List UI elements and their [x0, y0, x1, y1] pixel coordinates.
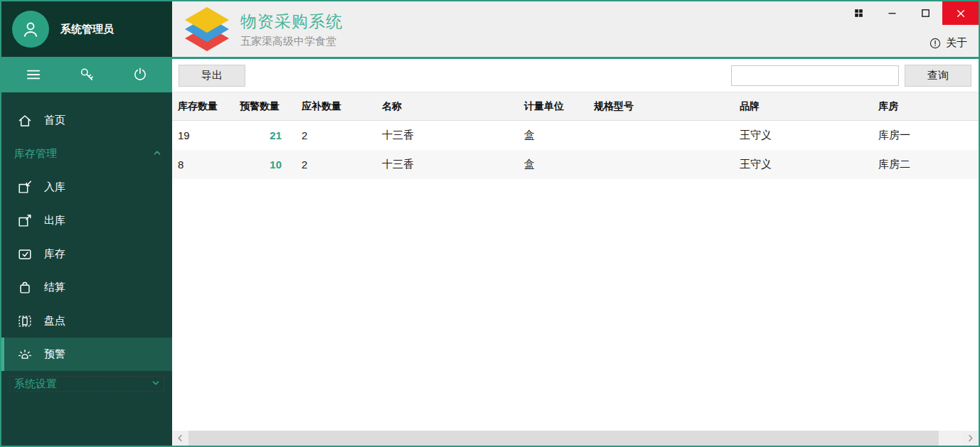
column-header-stock-qty[interactable]: 库存数量 — [172, 100, 234, 113]
sidebar-item-home[interactable]: 首页 — [1, 104, 172, 137]
outbound-box-icon — [17, 213, 33, 229]
cell-brand: 王守义 — [734, 129, 873, 142]
cell-warehouse: 库房二 — [873, 158, 979, 171]
person-icon — [20, 18, 41, 40]
chevron-right-icon — [966, 433, 975, 443]
column-header-warning-qty[interactable]: 预警数量 — [234, 100, 296, 113]
sidebar-toolbar — [1, 57, 172, 92]
sidebar-menu: 首页 库存管理 入库 — [1, 92, 172, 446]
scrollbar-track — [939, 431, 962, 446]
table-row[interactable]: 8 10 2 十三香 盒 王守义 库房二 — [172, 150, 979, 179]
sidebar-item-warning[interactable]: 预警 — [1, 338, 172, 371]
table-row[interactable]: 19 21 2 十三香 盒 王守义 库房一 — [172, 121, 979, 150]
chevron-up-icon — [152, 148, 162, 160]
window-controls — [842, 1, 979, 25]
close-icon — [955, 8, 966, 19]
scrollbar-thumb[interactable] — [188, 431, 939, 446]
sidebar-item-label: 首页 — [44, 114, 65, 127]
home-icon — [17, 113, 33, 129]
sidebar: 系统管理员 — [1, 1, 172, 446]
column-header-replenish-qty[interactable]: 应补数量 — [296, 100, 376, 113]
sidebar-section-inventory-management[interactable]: 库存管理 — [1, 137, 172, 171]
stock-check-icon — [17, 247, 33, 262]
power-icon — [132, 66, 149, 83]
grid-icon — [853, 8, 864, 18]
title-block: 物资采购系统 五家渠高级中学食堂 — [240, 11, 343, 48]
sidebar-item-settlement[interactable]: 结算 — [1, 271, 172, 304]
key-icon — [78, 66, 95, 83]
sidebar-item-inbound[interactable]: 入库 — [1, 171, 172, 204]
titlebar: 物资采购系统 五家渠高级中学食堂 — [172, 1, 979, 57]
column-header-spec[interactable]: 规格型号 — [588, 100, 734, 113]
sidebar-item-stock[interactable]: 库存 — [1, 237, 172, 271]
chevron-down-icon — [151, 378, 161, 390]
chevron-left-icon — [176, 433, 185, 443]
hamburger-icon — [24, 65, 43, 84]
close-button[interactable] — [942, 1, 979, 25]
minimize-icon — [887, 8, 898, 18]
sidebar-item-stocktake[interactable]: 盘点 — [1, 304, 172, 338]
sidebar-item-label: 预警 — [44, 348, 65, 361]
horizontal-scrollbar — [172, 431, 979, 446]
query-button[interactable]: 查询 — [905, 65, 971, 87]
column-header-unit[interactable]: 计量单位 — [518, 100, 588, 113]
scroll-left-button[interactable] — [172, 431, 188, 446]
scroll-right-button[interactable] — [962, 431, 979, 446]
change-password-button[interactable] — [75, 63, 99, 87]
info-circle-icon — [929, 37, 942, 50]
app-window: 系统管理员 — [0, 0, 980, 447]
table-header-row: 库存数量 预警数量 应补数量 名称 计量单位 规格型号 品牌 库房 — [172, 92, 979, 121]
sidebar-item-label: 入库 — [44, 181, 65, 194]
search-group: 查询 — [731, 65, 971, 87]
sidebar-section-system-settings[interactable]: 系统设置 — [9, 376, 164, 392]
sidebar-item-label: 出库 — [44, 214, 65, 227]
app-title: 物资采购系统 — [240, 11, 343, 33]
column-header-warehouse[interactable]: 库房 — [873, 100, 979, 113]
cell-warning-qty: 10 — [234, 158, 296, 171]
search-input[interactable] — [731, 65, 899, 86]
alarm-icon — [17, 347, 33, 362]
column-header-brand[interactable]: 品牌 — [734, 100, 873, 113]
cell-name: 十三香 — [376, 129, 518, 142]
main-area: 物资采购系统 五家渠高级中学食堂 — [172, 1, 979, 446]
logout-button[interactable] — [128, 63, 152, 87]
cell-stock-qty: 8 — [172, 158, 234, 171]
inbound-box-icon — [17, 180, 33, 195]
column-header-name[interactable]: 名称 — [376, 100, 518, 113]
about-button[interactable]: 关于 — [929, 36, 967, 50]
minimize-button[interactable] — [875, 1, 909, 25]
sidebar-item-label: 库存 — [44, 247, 65, 261]
sidebar-section-label: 库存管理 — [14, 147, 57, 161]
sidebar-item-outbound[interactable]: 出库 — [1, 204, 172, 237]
cell-unit: 盒 — [518, 129, 588, 142]
window-grid-button[interactable] — [842, 1, 875, 25]
cell-brand: 王守义 — [734, 158, 873, 171]
cell-replenish-qty: 2 — [296, 129, 376, 141]
sidebar-user-header: 系统管理员 — [1, 1, 172, 57]
maximize-icon — [920, 8, 931, 18]
hamburger-menu-button[interactable] — [21, 63, 46, 87]
user-avatar[interactable] — [12, 11, 49, 48]
export-button[interactable]: 导出 — [179, 65, 245, 87]
cell-replenish-qty: 2 — [296, 158, 376, 171]
cell-warning-qty: 21 — [234, 129, 296, 141]
bag-icon — [17, 280, 33, 296]
cell-warehouse: 库房一 — [873, 129, 979, 142]
app-subtitle: 五家渠高级中学食堂 — [240, 35, 343, 48]
sidebar-item-label: 结算 — [44, 281, 65, 294]
username-label: 系统管理员 — [60, 23, 114, 36]
toolbar: 导出 查询 — [172, 59, 979, 92]
sidebar-section-label: 系统设置 — [14, 377, 57, 391]
stocktake-icon — [17, 313, 33, 329]
app-logo-layers-icon — [183, 7, 230, 51]
cell-name: 十三香 — [376, 158, 518, 171]
warning-table: 库存数量 预警数量 应补数量 名称 计量单位 规格型号 品牌 库房 19 21 … — [172, 92, 979, 431]
maximize-button[interactable] — [909, 1, 942, 25]
about-label: 关于 — [946, 36, 967, 50]
cell-stock-qty: 19 — [172, 129, 234, 141]
cell-unit: 盒 — [518, 158, 588, 171]
sidebar-item-label: 盘点 — [44, 314, 65, 328]
